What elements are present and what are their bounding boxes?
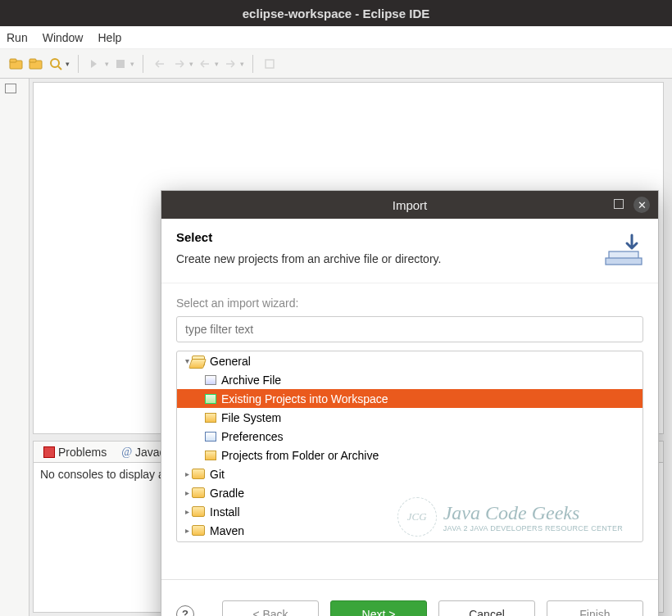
preferences-icon [205,432,216,442]
finish-button: Finish [547,600,643,617]
tree-item-preferences[interactable]: Preferences [177,427,642,446]
tree-item-projects-folder-archive[interactable]: Projects from Folder or Archive [177,446,642,464]
svg-rect-1 [10,59,16,62]
separator [143,55,143,73]
dialog-title: Import [393,198,428,212]
folder-icon [192,487,205,498]
open-file-icon[interactable] [28,56,44,72]
nav-forward-icon [171,56,188,72]
close-icon[interactable]: ✕ [633,197,650,213]
dropdown-icon[interactable]: ▾ [66,60,70,68]
import-dialog: Import ✕ Select Create new projects from… [161,190,659,616]
chevron-right-icon: ▸ [182,526,192,535]
chevron-right-icon: ▸ [182,488,192,497]
wizard-label: Select an import wizard: [176,297,643,310]
svg-rect-7 [266,60,274,68]
folder-icon [205,413,216,423]
tree-label: Preferences [221,430,283,443]
window-title: eclipse-workspace - Eclipse IDE [0,0,672,26]
nav-back2-icon [197,56,213,72]
menu-bar: Run Window Help [0,26,672,49]
tree-item-archive-file[interactable]: Archive File [177,370,642,389]
problems-icon [43,446,55,458]
tree-label: Archive File [221,374,281,387]
pin-editor-icon [261,56,278,72]
tree-item-file-system[interactable]: File System [177,408,642,427]
menu-run[interactable]: Run [7,31,28,44]
nav-forward2-icon [222,56,238,72]
svg-line-5 [58,66,61,70]
tree-node-maven[interactable]: ▸Maven [177,521,642,540]
dialog-footer: ? < Back Next > Cancel Finish [161,579,658,616]
main-window: eclipse-workspace - Eclipse IDE Run Wind… [0,0,672,616]
menu-window[interactable]: Window [43,31,84,44]
debug-step-icon [87,56,103,72]
maximize-icon[interactable] [614,199,624,209]
search-icon[interactable] [48,56,64,72]
project-icon [205,394,216,404]
help-icon[interactable]: ? [176,605,194,617]
filter-input[interactable] [176,316,643,342]
chevron-right-icon: ▸ [182,507,192,516]
tree-node-gradle[interactable]: ▸Gradle [177,483,642,502]
back-button: < Back [222,600,319,617]
dialog-subheading: Create new projects from an archive file… [176,252,441,265]
svg-rect-9 [606,258,642,265]
javadoc-icon: @ [121,446,132,459]
import-wizard-icon [604,233,643,266]
dialog-header: Select Create new projects from an archi… [161,219,658,283]
dialog-titlebar: Import ✕ [161,191,658,219]
tree-node-git[interactable]: ▸Git [177,464,642,483]
tree-item-existing-projects[interactable]: Existing Projects into Workspace [177,389,642,408]
archive-icon [205,375,216,385]
tree-label: Projects from Folder or Archive [221,449,379,462]
minimize-view-icon[interactable] [5,84,16,93]
tree-label: Git [210,468,225,481]
dialog-heading: Select [176,230,441,244]
work-area: Problems @ Javadoc No consoles to displa… [0,79,672,616]
open-project-icon[interactable] [8,56,25,72]
tree-node-install[interactable]: ▸Install [177,502,642,521]
toolbar: ▾ ▾ ▾ ▾ ▾ ▾ [0,49,672,79]
nav-back-icon [152,56,168,72]
tree-label: Gradle [210,487,244,500]
folder-icon [192,469,205,479]
wizard-tree[interactable]: ▾ General Archive File Existing Projects… [176,351,643,542]
cancel-button[interactable]: Cancel [438,600,535,617]
tab-problems[interactable]: Problems [39,444,111,460]
tree-label: General [210,355,251,368]
svg-rect-6 [116,60,125,68]
svg-rect-3 [30,59,36,62]
tree-label: Maven [210,524,244,537]
tree-label: Existing Projects into Workspace [221,392,388,405]
folder-icon [205,451,216,460]
run-config-icon [112,56,129,72]
separator [78,55,79,73]
tree-label: File System [221,411,281,424]
menu-help[interactable]: Help [98,31,121,44]
tab-problems-label: Problems [58,446,107,459]
svg-point-4 [51,59,59,67]
folder-icon [192,506,205,517]
side-panel [0,79,30,616]
chevron-right-icon: ▸ [182,469,192,478]
separator [252,55,253,73]
folder-icon [192,525,205,536]
dialog-body: Select an import wizard: ▾ General Archi… [161,283,658,579]
next-button[interactable]: Next > [330,600,427,617]
folder-open-icon [192,356,205,366]
tree-label: Install [210,505,240,519]
tree-node-general[interactable]: ▾ General [177,351,642,370]
